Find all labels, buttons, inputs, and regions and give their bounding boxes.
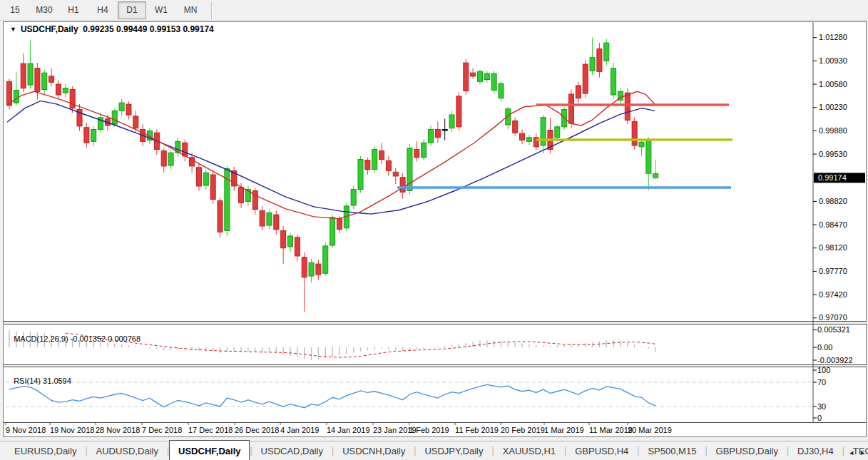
tab-xauusd-h1[interactable]: XAUUSD,H1: [494, 441, 564, 460]
price-axis-label: 1.00930: [819, 56, 847, 65]
date-axis-label: 26 Dec 2018: [235, 426, 279, 434]
rsi-line: [9, 384, 655, 407]
date-axis-label: 19 Nov 2018: [50, 426, 94, 434]
tab-usdcnh-daily[interactable]: USDCNH,Daily: [334, 441, 414, 460]
chart-symbol-label: USDCHF,Daily: [21, 24, 78, 34]
macd-signal-line: [66, 333, 655, 357]
date-axis-label: 11 Mar 2019: [589, 426, 633, 434]
chart-title: ▼USDCHF,Daily 0.99235 0.99449 0.99153 0.…: [10, 24, 214, 34]
tab-gbpusd-daily[interactable]: GBPUSD,Daily: [708, 441, 787, 460]
date-axis-label: 1 Mar 2019: [544, 426, 584, 434]
timeframe-button-w1[interactable]: W1: [147, 1, 175, 19]
macd-indicator-name: MACD(12,26,9): [14, 334, 68, 343]
tab-scroll-arrows: ◄ ►: [848, 449, 866, 456]
tab-scroll-left-icon[interactable]: ◄: [848, 449, 854, 456]
timeframe-button-h1[interactable]: H1: [59, 1, 88, 19]
rsi-indicator-value: 31.0594: [43, 377, 71, 385]
chart-surface[interactable]: 0.99174: [3, 21, 867, 437]
macd-indicator-values: -0.001352 0.000768: [71, 334, 141, 343]
timeframe-button-mn[interactable]: MN: [176, 1, 205, 19]
tab-gbpusd-h4[interactable]: GBPUSD,H4: [566, 441, 637, 460]
price-axis-label: 0.98120: [819, 243, 847, 252]
date-axis-label: 1 Feb 2019: [409, 426, 449, 434]
macd-pane-label: MACD(12,26,9) -0.001352 0.000768: [9, 326, 141, 343]
price-axis-label: 1.00580: [819, 80, 847, 88]
timeframe-button-m30[interactable]: M30: [30, 1, 58, 19]
tab-dj30-h4[interactable]: DJ30,H4: [789, 441, 842, 460]
date-axis-label: 9 Nov 2018: [6, 426, 46, 434]
timeframe-button-h4[interactable]: H4: [88, 1, 117, 19]
price-axis-label: 0.99530: [819, 150, 847, 158]
price-axis-label: 1.00230: [819, 103, 847, 111]
date-axis-label: 20 Feb 2019: [501, 426, 545, 434]
tab-usdjpy-daily[interactable]: USDJPY,Daily: [416, 441, 491, 460]
price-axis-label: 0.98820: [819, 197, 847, 205]
date-axis-label: 11 Feb 2019: [455, 426, 499, 434]
date-axis-label: 14 Jan 2019: [327, 426, 370, 434]
price-axis-label: 0.99880: [819, 126, 847, 135]
date-axis-label: 28 Nov 2018: [96, 426, 140, 434]
chart-tab-bar: EURUSD,Daily|AUDUSD,Daily|USDCHF,Daily|U…: [0, 441, 868, 460]
rsi-indicator-name: RSI(14): [14, 377, 41, 385]
date-axis-label: 7 Dec 2018: [142, 426, 182, 434]
price-axis-label: 0.97420: [819, 290, 847, 299]
date-axis-label: 20 Mar 2019: [628, 426, 672, 434]
price-axis-label: 0.97770: [819, 267, 847, 275]
tab-sp500-m15[interactable]: SP500,M15: [639, 441, 705, 460]
price-axis-label: 0.97070: [819, 313, 847, 322]
current-price-marker: 0.99174: [818, 173, 847, 182]
timeframe-button-d1[interactable]: D1: [118, 1, 146, 19]
rsi-axis-label: 100: [817, 366, 830, 374]
tab-usdchf-daily[interactable]: USDCHF,Daily: [169, 440, 250, 460]
chart-ohlc-values: [78, 24, 83, 34]
price-axis-label: 0.98470: [819, 220, 847, 229]
chart-dropdown-icon[interactable]: ▼: [10, 26, 16, 33]
tab-eurusd-daily[interactable]: EURUSD,Daily: [6, 441, 85, 460]
date-axis-label: 4 Jan 2019: [280, 426, 319, 434]
tab-scroll-right-icon[interactable]: ►: [859, 449, 866, 456]
macd-axis-label: 0.00: [817, 343, 832, 352]
rsi-pane-label: RSI(14) 31.0594: [9, 368, 71, 385]
toolbar-separator: [211, 1, 213, 19]
timeframe-button-15[interactable]: 15: [1, 1, 29, 19]
tab-audusd-daily[interactable]: AUDUSD,Daily: [88, 441, 167, 460]
price-axis-label: 1.01280: [819, 33, 847, 41]
rsi-axis-label: 0: [817, 414, 822, 422]
chart-ohlc: 0.99235 0.99449 0.99153 0.99174: [83, 24, 214, 34]
rsi-axis-label: 30: [817, 402, 826, 411]
macd-axis-label: -0.003922: [817, 356, 853, 364]
macd-axis-label: 0.005321: [817, 325, 850, 334]
rsi-axis-label: 70: [817, 378, 826, 387]
date-axis-label: 17 Dec 2018: [188, 426, 233, 434]
timeframe-toolbar: 15M30H1H4D1W1MN: [0, 0, 868, 21]
tab-usdcad-daily[interactable]: USDCAD,Daily: [252, 441, 332, 460]
candlestick-series: [7, 38, 658, 312]
